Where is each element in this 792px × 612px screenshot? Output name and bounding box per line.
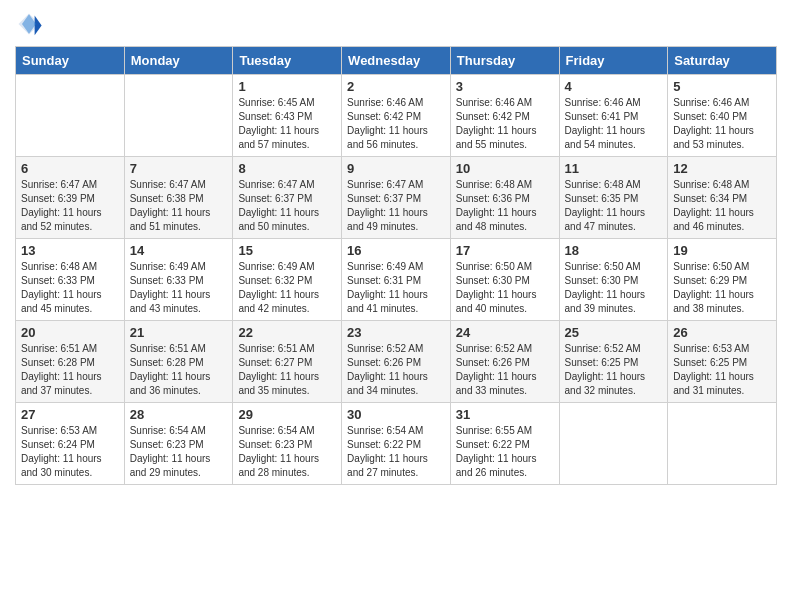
day-number: 11 <box>565 161 663 176</box>
weekday-header-monday: Monday <box>124 47 233 75</box>
day-number: 29 <box>238 407 336 422</box>
calendar-week-row: 1Sunrise: 6:45 AMSunset: 6:43 PMDaylight… <box>16 75 777 157</box>
calendar-cell: 29Sunrise: 6:54 AMSunset: 6:23 PMDayligh… <box>233 403 342 485</box>
calendar-week-row: 13Sunrise: 6:48 AMSunset: 6:33 PMDayligh… <box>16 239 777 321</box>
calendar-cell: 30Sunrise: 6:54 AMSunset: 6:22 PMDayligh… <box>342 403 451 485</box>
calendar-cell <box>124 75 233 157</box>
day-number: 2 <box>347 79 445 94</box>
day-number: 31 <box>456 407 554 422</box>
day-number: 10 <box>456 161 554 176</box>
calendar-cell: 9Sunrise: 6:47 AMSunset: 6:37 PMDaylight… <box>342 157 451 239</box>
calendar-cell: 11Sunrise: 6:48 AMSunset: 6:35 PMDayligh… <box>559 157 668 239</box>
day-number: 19 <box>673 243 771 258</box>
calendar-cell: 5Sunrise: 6:46 AMSunset: 6:40 PMDaylight… <box>668 75 777 157</box>
day-info: Sunrise: 6:50 AMSunset: 6:29 PMDaylight:… <box>673 260 771 316</box>
day-info: Sunrise: 6:47 AMSunset: 6:38 PMDaylight:… <box>130 178 228 234</box>
day-number: 27 <box>21 407 119 422</box>
calendar-cell: 12Sunrise: 6:48 AMSunset: 6:34 PMDayligh… <box>668 157 777 239</box>
calendar-cell: 2Sunrise: 6:46 AMSunset: 6:42 PMDaylight… <box>342 75 451 157</box>
calendar-cell: 28Sunrise: 6:54 AMSunset: 6:23 PMDayligh… <box>124 403 233 485</box>
calendar-cell: 6Sunrise: 6:47 AMSunset: 6:39 PMDaylight… <box>16 157 125 239</box>
day-info: Sunrise: 6:51 AMSunset: 6:28 PMDaylight:… <box>130 342 228 398</box>
calendar-cell: 20Sunrise: 6:51 AMSunset: 6:28 PMDayligh… <box>16 321 125 403</box>
day-info: Sunrise: 6:51 AMSunset: 6:28 PMDaylight:… <box>21 342 119 398</box>
day-info: Sunrise: 6:49 AMSunset: 6:31 PMDaylight:… <box>347 260 445 316</box>
day-info: Sunrise: 6:48 AMSunset: 6:33 PMDaylight:… <box>21 260 119 316</box>
day-number: 21 <box>130 325 228 340</box>
day-number: 9 <box>347 161 445 176</box>
logo-area <box>15 10 47 38</box>
weekday-header-tuesday: Tuesday <box>233 47 342 75</box>
calendar-week-row: 6Sunrise: 6:47 AMSunset: 6:39 PMDaylight… <box>16 157 777 239</box>
day-info: Sunrise: 6:55 AMSunset: 6:22 PMDaylight:… <box>456 424 554 480</box>
day-number: 5 <box>673 79 771 94</box>
calendar-cell: 10Sunrise: 6:48 AMSunset: 6:36 PMDayligh… <box>450 157 559 239</box>
day-info: Sunrise: 6:51 AMSunset: 6:27 PMDaylight:… <box>238 342 336 398</box>
day-info: Sunrise: 6:54 AMSunset: 6:22 PMDaylight:… <box>347 424 445 480</box>
calendar-table: SundayMondayTuesdayWednesdayThursdayFrid… <box>15 46 777 485</box>
day-info: Sunrise: 6:53 AMSunset: 6:24 PMDaylight:… <box>21 424 119 480</box>
day-info: Sunrise: 6:46 AMSunset: 6:41 PMDaylight:… <box>565 96 663 152</box>
day-number: 14 <box>130 243 228 258</box>
calendar-cell: 31Sunrise: 6:55 AMSunset: 6:22 PMDayligh… <box>450 403 559 485</box>
day-info: Sunrise: 6:48 AMSunset: 6:35 PMDaylight:… <box>565 178 663 234</box>
day-info: Sunrise: 6:54 AMSunset: 6:23 PMDaylight:… <box>130 424 228 480</box>
day-number: 1 <box>238 79 336 94</box>
day-number: 28 <box>130 407 228 422</box>
weekday-header-saturday: Saturday <box>668 47 777 75</box>
calendar-week-row: 20Sunrise: 6:51 AMSunset: 6:28 PMDayligh… <box>16 321 777 403</box>
calendar-cell: 17Sunrise: 6:50 AMSunset: 6:30 PMDayligh… <box>450 239 559 321</box>
logo-icon <box>15 10 43 38</box>
calendar-cell: 19Sunrise: 6:50 AMSunset: 6:29 PMDayligh… <box>668 239 777 321</box>
day-number: 16 <box>347 243 445 258</box>
day-number: 18 <box>565 243 663 258</box>
day-number: 7 <box>130 161 228 176</box>
day-info: Sunrise: 6:46 AMSunset: 6:42 PMDaylight:… <box>456 96 554 152</box>
header <box>15 10 777 38</box>
day-number: 26 <box>673 325 771 340</box>
calendar-cell: 1Sunrise: 6:45 AMSunset: 6:43 PMDaylight… <box>233 75 342 157</box>
day-number: 15 <box>238 243 336 258</box>
weekday-header-thursday: Thursday <box>450 47 559 75</box>
calendar-cell: 18Sunrise: 6:50 AMSunset: 6:30 PMDayligh… <box>559 239 668 321</box>
calendar-cell: 15Sunrise: 6:49 AMSunset: 6:32 PMDayligh… <box>233 239 342 321</box>
calendar-cell: 21Sunrise: 6:51 AMSunset: 6:28 PMDayligh… <box>124 321 233 403</box>
day-info: Sunrise: 6:52 AMSunset: 6:26 PMDaylight:… <box>456 342 554 398</box>
calendar-week-row: 27Sunrise: 6:53 AMSunset: 6:24 PMDayligh… <box>16 403 777 485</box>
calendar-cell: 25Sunrise: 6:52 AMSunset: 6:25 PMDayligh… <box>559 321 668 403</box>
day-info: Sunrise: 6:49 AMSunset: 6:33 PMDaylight:… <box>130 260 228 316</box>
day-info: Sunrise: 6:52 AMSunset: 6:26 PMDaylight:… <box>347 342 445 398</box>
day-info: Sunrise: 6:54 AMSunset: 6:23 PMDaylight:… <box>238 424 336 480</box>
svg-marker-2 <box>22 14 36 34</box>
calendar-cell: 13Sunrise: 6:48 AMSunset: 6:33 PMDayligh… <box>16 239 125 321</box>
calendar-cell: 26Sunrise: 6:53 AMSunset: 6:25 PMDayligh… <box>668 321 777 403</box>
weekday-header-friday: Friday <box>559 47 668 75</box>
svg-marker-1 <box>35 16 42 36</box>
day-info: Sunrise: 6:52 AMSunset: 6:25 PMDaylight:… <box>565 342 663 398</box>
weekday-header-sunday: Sunday <box>16 47 125 75</box>
day-number: 17 <box>456 243 554 258</box>
calendar-cell: 27Sunrise: 6:53 AMSunset: 6:24 PMDayligh… <box>16 403 125 485</box>
calendar-cell: 22Sunrise: 6:51 AMSunset: 6:27 PMDayligh… <box>233 321 342 403</box>
day-info: Sunrise: 6:48 AMSunset: 6:36 PMDaylight:… <box>456 178 554 234</box>
calendar-cell <box>16 75 125 157</box>
calendar-cell: 7Sunrise: 6:47 AMSunset: 6:38 PMDaylight… <box>124 157 233 239</box>
day-info: Sunrise: 6:48 AMSunset: 6:34 PMDaylight:… <box>673 178 771 234</box>
calendar-cell: 3Sunrise: 6:46 AMSunset: 6:42 PMDaylight… <box>450 75 559 157</box>
day-number: 13 <box>21 243 119 258</box>
day-info: Sunrise: 6:50 AMSunset: 6:30 PMDaylight:… <box>456 260 554 316</box>
day-number: 8 <box>238 161 336 176</box>
day-info: Sunrise: 6:46 AMSunset: 6:40 PMDaylight:… <box>673 96 771 152</box>
day-number: 4 <box>565 79 663 94</box>
calendar-cell: 8Sunrise: 6:47 AMSunset: 6:37 PMDaylight… <box>233 157 342 239</box>
day-info: Sunrise: 6:50 AMSunset: 6:30 PMDaylight:… <box>565 260 663 316</box>
day-number: 24 <box>456 325 554 340</box>
day-number: 3 <box>456 79 554 94</box>
day-info: Sunrise: 6:47 AMSunset: 6:37 PMDaylight:… <box>238 178 336 234</box>
day-number: 22 <box>238 325 336 340</box>
calendar-cell: 4Sunrise: 6:46 AMSunset: 6:41 PMDaylight… <box>559 75 668 157</box>
day-info: Sunrise: 6:47 AMSunset: 6:39 PMDaylight:… <box>21 178 119 234</box>
day-number: 23 <box>347 325 445 340</box>
calendar-header-row: SundayMondayTuesdayWednesdayThursdayFrid… <box>16 47 777 75</box>
calendar-cell: 23Sunrise: 6:52 AMSunset: 6:26 PMDayligh… <box>342 321 451 403</box>
